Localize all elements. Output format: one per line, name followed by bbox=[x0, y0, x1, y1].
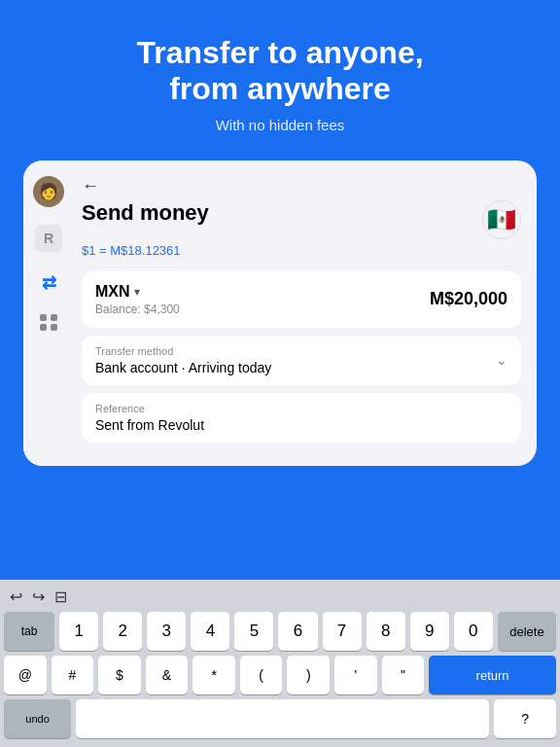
keyboard-number-row: tab 1 2 3 4 5 6 7 8 9 0 delete bbox=[4, 612, 556, 651]
key-7[interactable]: 7 bbox=[323, 612, 362, 651]
dot-3 bbox=[40, 324, 47, 331]
amount-field[interactable]: MXN ▾ Balance: $4,300 M$20,000 bbox=[82, 271, 521, 328]
sidebar: 🧑 R ⇄ bbox=[23, 160, 74, 466]
key-space[interactable] bbox=[76, 699, 489, 738]
key-ampersand[interactable]: & bbox=[146, 656, 189, 694]
send-money-header: Send money 🇲🇽 bbox=[82, 200, 521, 239]
key-open-paren[interactable]: ( bbox=[240, 656, 283, 694]
sidebar-r-label: R bbox=[44, 231, 53, 246]
dot-2 bbox=[51, 314, 57, 321]
key-3[interactable]: 3 bbox=[147, 612, 186, 651]
transfer-method-value: Bank account · Arriving today bbox=[95, 360, 271, 375]
key-hash[interactable]: # bbox=[52, 656, 94, 694]
header-subtitle: With no hidden fees bbox=[39, 117, 521, 133]
avatar[interactable]: 🧑 bbox=[33, 176, 64, 207]
key-close-paren[interactable]: ) bbox=[287, 656, 330, 694]
amount-value[interactable]: M$20,000 bbox=[430, 289, 508, 309]
currency-selector[interactable]: MXN ▾ bbox=[95, 283, 180, 301]
dot-4 bbox=[51, 324, 57, 331]
keyboard-bottom-row: undo ? bbox=[4, 699, 556, 738]
undo-toolbar-icon[interactable]: ↩ bbox=[10, 587, 22, 606]
reference-field[interactable]: Reference Sent from Revolut bbox=[82, 393, 521, 443]
redo-toolbar-icon[interactable]: ↪ bbox=[32, 587, 45, 606]
back-button[interactable]: ← bbox=[82, 176, 521, 196]
transfer-method-field[interactable]: Transfer method Bank account · Arriving … bbox=[82, 336, 521, 385]
key-9[interactable]: 9 bbox=[410, 612, 449, 651]
key-6[interactable]: 6 bbox=[278, 612, 317, 651]
keyboard: ↩ ↪ ⊟ tab 1 2 3 4 5 6 7 8 9 0 delete @ #… bbox=[0, 580, 560, 747]
reference-label: Reference bbox=[95, 403, 508, 414]
currency-left: MXN ▾ Balance: $4,300 bbox=[95, 283, 180, 316]
sidebar-transfer-icon[interactable]: ⇄ bbox=[35, 269, 62, 297]
transfer-method-content: Transfer method Bank account · Arriving … bbox=[95, 345, 271, 375]
key-question-mark[interactable]: ? bbox=[494, 699, 556, 738]
key-dollar[interactable]: $ bbox=[98, 656, 141, 694]
currency-code: MXN bbox=[95, 283, 130, 301]
header-section: Transfer to anyone, from anywhere With n… bbox=[0, 0, 560, 153]
header-title: Transfer to anyone, from anywhere bbox=[39, 35, 521, 107]
key-4[interactable]: 4 bbox=[191, 612, 229, 651]
key-delete[interactable]: delete bbox=[498, 612, 556, 651]
dot-1 bbox=[40, 314, 47, 321]
transfer-arrows-icon: ⇄ bbox=[42, 272, 56, 294]
key-at[interactable]: @ bbox=[4, 656, 47, 694]
sidebar-grid-icon[interactable] bbox=[40, 314, 57, 331]
key-5[interactable]: 5 bbox=[234, 612, 273, 651]
header-title-line2: from anywhere bbox=[169, 71, 391, 106]
reference-value: Sent from Revolut bbox=[95, 417, 508, 433]
mexico-flag: 🇲🇽 bbox=[487, 206, 516, 233]
key-undo[interactable]: undo bbox=[4, 699, 71, 738]
key-asterisk[interactable]: * bbox=[192, 656, 235, 694]
exchange-rate: $1 = M$18.12361 bbox=[82, 243, 521, 258]
key-apostrophe[interactable]: ' bbox=[334, 656, 377, 694]
transfer-method-label: Transfer method bbox=[95, 345, 271, 357]
paste-toolbar-icon[interactable]: ⊟ bbox=[54, 587, 67, 606]
keyboard-toolbar: ↩ ↪ ⊟ bbox=[4, 586, 556, 612]
main-content: ← Send money 🇲🇽 $1 = M$18.12361 MXN ▾ Ba… bbox=[74, 160, 537, 466]
chevron-down-icon: ▾ bbox=[134, 285, 140, 299]
key-8[interactable]: 8 bbox=[367, 612, 405, 651]
sidebar-r-icon[interactable]: R bbox=[35, 225, 62, 252]
key-return[interactable]: return bbox=[429, 656, 556, 694]
header-title-line1: Transfer to anyone, bbox=[136, 35, 423, 70]
key-1[interactable]: 1 bbox=[59, 612, 98, 651]
key-0[interactable]: 0 bbox=[454, 612, 493, 651]
key-tab[interactable]: tab bbox=[4, 612, 54, 651]
key-2[interactable]: 2 bbox=[103, 612, 142, 651]
expand-icon: ⌄ bbox=[496, 352, 508, 368]
key-quote[interactable]: " bbox=[382, 656, 425, 694]
keyboard-symbol-row: @ # $ & * ( ) ' " return bbox=[4, 656, 556, 694]
flag-icon[interactable]: 🇲🇽 bbox=[482, 200, 521, 239]
app-card: 🧑 R ⇄ ← Send money 🇲🇽 $1 = M$18.12361 bbox=[23, 160, 537, 466]
send-money-title: Send money bbox=[82, 200, 209, 226]
balance-text: Balance: $4,300 bbox=[95, 302, 180, 316]
